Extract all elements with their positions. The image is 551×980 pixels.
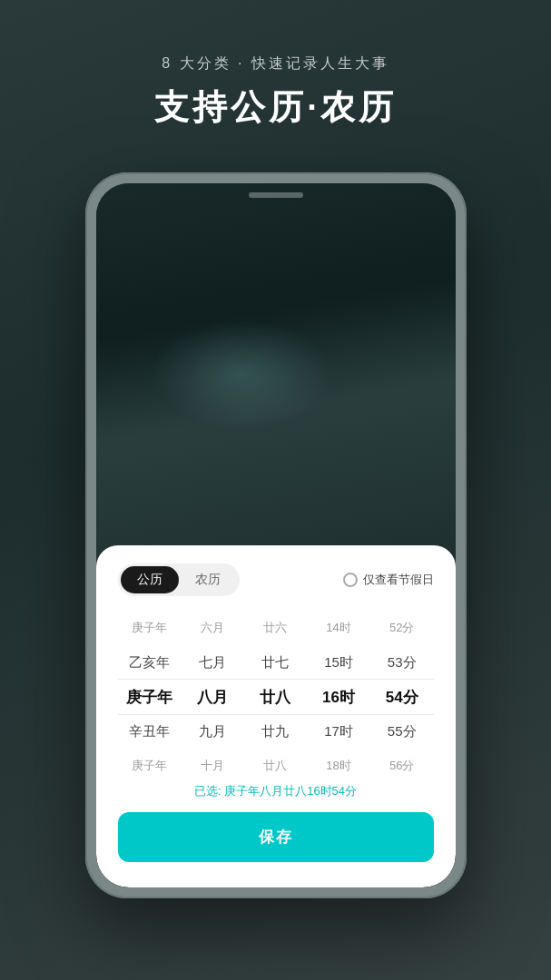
picker-item: 辛丑年: [118, 714, 182, 749]
selected-date-display: 已选: 庚子年八月廿八16时54分: [118, 783, 434, 799]
picker-col-year[interactable]: 庚子年 乙亥年 庚子年 辛丑年 庚子年: [118, 611, 182, 783]
toggle-row: 公历 农历 仅查看节假日: [118, 564, 434, 596]
picker-item: 庚子年: [118, 749, 182, 783]
picker-item: 七月: [181, 645, 244, 680]
screen-blur-effect: [151, 319, 332, 428]
bottom-panel: 公历 农历 仅查看节假日 庚子年 乙亥年 庚子年: [96, 545, 456, 887]
picker-item: 52分: [370, 611, 434, 645]
picker-item-selected: 54分: [370, 680, 434, 714]
picker-item: 十月: [181, 749, 244, 783]
picker-col-hour[interactable]: 14时 15时 16时 17时 18时: [307, 611, 370, 783]
picker-item: 53分: [370, 645, 434, 680]
top-header: 8 大分类 · 快速记录人生大事 支持公历·农历: [0, 54, 551, 131]
picker-item: 廿八: [244, 749, 308, 783]
picker-item: 15时: [307, 645, 370, 680]
picker-columns: 庚子年 乙亥年 庚子年 辛丑年 庚子年 六月 七月 八月 九月 十月: [118, 611, 434, 783]
picker-item: 廿六: [244, 611, 308, 645]
phone-speaker: [249, 192, 303, 198]
main-title: 支持公历·农历: [0, 84, 551, 131]
picker-item: 55分: [370, 714, 434, 749]
picker-item-selected: 庚子年: [118, 680, 182, 714]
phone-mockup: 公历 农历 仅查看节假日 庚子年 乙亥年 庚子年: [85, 172, 467, 898]
picker-item: 14时: [307, 611, 370, 645]
picker-item: 56分: [370, 749, 434, 783]
save-button[interactable]: 保存: [118, 812, 434, 862]
picker-item: 乙亥年: [118, 645, 182, 680]
picker-item: 庚子年: [118, 611, 182, 645]
phone-screen: 公历 农历 仅查看节假日 庚子年 乙亥年 庚子年: [96, 183, 456, 887]
picker-item: 17时: [307, 714, 370, 749]
picker-col-minute[interactable]: 52分 53分 54分 55分 56分: [370, 611, 434, 783]
date-picker[interactable]: 庚子年 乙亥年 庚子年 辛丑年 庚子年 六月 七月 八月 九月 十月: [118, 611, 434, 783]
picker-item: 廿七: [244, 645, 308, 680]
picker-item-selected: 廿八: [244, 680, 308, 714]
picker-item-selected: 八月: [181, 680, 244, 714]
picker-item: 廿九: [244, 714, 308, 749]
picker-col-month[interactable]: 六月 七月 八月 九月 十月: [181, 611, 244, 783]
calendar-type-toggle[interactable]: 公历 农历: [118, 564, 240, 596]
picker-item: 18时: [307, 749, 370, 783]
holiday-radio[interactable]: [343, 573, 358, 587]
holiday-filter[interactable]: 仅查看节假日: [343, 572, 434, 588]
subtitle: 8 大分类 · 快速记录人生大事: [0, 54, 551, 74]
holiday-label: 仅查看节假日: [363, 572, 434, 588]
picker-col-day[interactable]: 廿六 廿七 廿八 廿九 廿八: [244, 611, 308, 783]
tab-lunar[interactable]: 农历: [179, 566, 237, 593]
picker-item: 九月: [181, 714, 244, 749]
tab-gregorian[interactable]: 公历: [121, 566, 179, 593]
picker-item: 六月: [181, 611, 244, 645]
picker-item-selected: 16时: [307, 680, 370, 714]
